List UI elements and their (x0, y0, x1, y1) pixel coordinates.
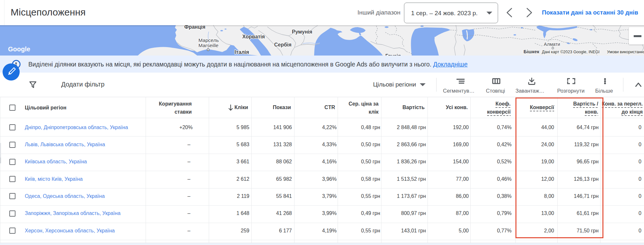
svg-text:Алмати: Алмати (544, 42, 560, 47)
svg-text:Марсель: Марсель (198, 37, 219, 43)
svg-text:Хорватія: Хорватія (242, 34, 265, 39)
svg-text:Румунія: Румунія (292, 29, 312, 35)
svg-text:Marseille: Marseille (198, 43, 218, 48)
svg-text:Дані карт ©2023 Google, INEGI: Дані карт ©2023 Google, INEGI (542, 50, 600, 54)
svg-text:Італія: Італія (235, 49, 249, 55)
svg-text:Google: Google (8, 46, 30, 53)
svg-text:Бішкек: Бішкек (524, 49, 540, 54)
svg-text:Умови використання: Умови використання (607, 50, 644, 54)
svg-text:Грузія: Грузія (385, 53, 401, 56)
svg-text:Сербія: Сербія (274, 42, 292, 47)
